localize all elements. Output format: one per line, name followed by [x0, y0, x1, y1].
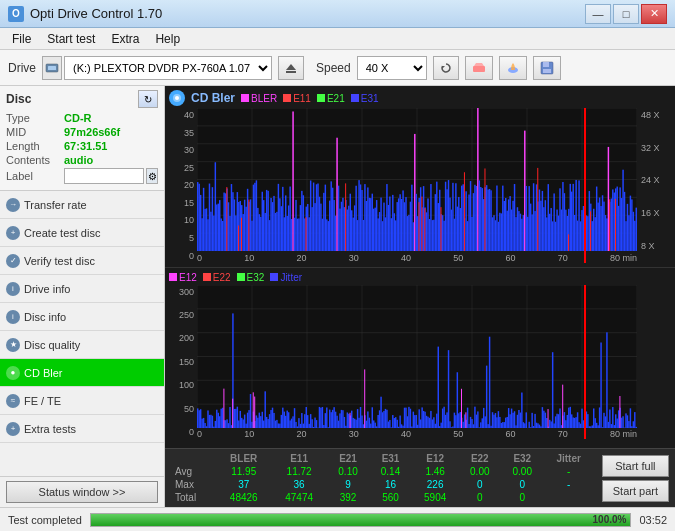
- sidebar-item-drive-info[interactable]: i Drive info: [0, 275, 164, 303]
- disc-title: Disc: [6, 92, 31, 106]
- speed-refresh-button[interactable]: [433, 56, 459, 80]
- stats-table-wrapper: BLER E11 E21 E31 E12 E22 E32 Jitter Avg: [171, 452, 669, 504]
- disc-info-icon: i: [6, 310, 20, 324]
- drive-icon: [42, 56, 62, 80]
- stats-total-e12: 5904: [412, 491, 459, 504]
- stats-header-e32: E32: [501, 452, 543, 465]
- main-layout: Disc ↻ Type CD-R MID 97m26s66f Length 67…: [0, 86, 675, 507]
- verify-test-disc-icon: ✓: [6, 254, 20, 268]
- sidebar-item-create-test-disc[interactable]: + Create test disc: [0, 219, 164, 247]
- cd-bler-icon: ●: [6, 366, 20, 380]
- app-title: Opti Drive Control 1.70: [30, 6, 162, 21]
- stats-header-empty: [171, 452, 216, 465]
- sidebar-item-verify-test-disc[interactable]: ✓ Verify test disc: [0, 247, 164, 275]
- sidebar-item-label: Verify test disc: [24, 255, 95, 267]
- sidebar-item-cd-bler[interactable]: ● CD Bler: [0, 359, 164, 387]
- disc-length-label: Length: [6, 140, 64, 152]
- sidebar-item-label: Extra tests: [24, 423, 76, 435]
- stats-header-e11: E11: [271, 452, 326, 465]
- disc-panel: Disc ↻ Type CD-R MID 97m26s66f Length 67…: [0, 86, 164, 191]
- stats-total-jitter: [544, 491, 594, 504]
- sidebar-item-label: Disc quality: [24, 339, 80, 351]
- chart1-legend: BLER E11 E21 E31: [241, 93, 379, 104]
- save-button[interactable]: [533, 56, 561, 80]
- legend-e21-label: E21: [327, 93, 345, 104]
- stats-header-bler: BLER: [216, 452, 271, 465]
- chart1-icon: [169, 90, 185, 106]
- chart1-red-line: [584, 108, 586, 263]
- menu-extra[interactable]: Extra: [103, 30, 147, 48]
- content-area: CD Bler BLER E11 E21 E31: [165, 86, 675, 507]
- status-window-button[interactable]: Status window >>: [6, 481, 158, 503]
- svg-rect-10: [543, 69, 551, 73]
- stats-max-e21: 9: [327, 478, 369, 491]
- legend-e22-dot: [203, 273, 211, 281]
- stats-max-label: Max: [171, 478, 216, 491]
- sidebar-item-fe-te[interactable]: ≈ FE / TE: [0, 387, 164, 415]
- legend-e12-label: E12: [179, 272, 197, 283]
- chart1-title: CD Bler: [191, 91, 235, 105]
- start-full-button[interactable]: Start full: [602, 455, 669, 477]
- menu-start-test[interactable]: Start test: [39, 30, 103, 48]
- disc-mid-label: MID: [6, 126, 64, 138]
- start-part-button[interactable]: Start part: [602, 480, 669, 502]
- sidebar-item-label: Drive info: [24, 283, 70, 295]
- legend-e32-dot: [237, 273, 245, 281]
- svg-rect-5: [473, 66, 485, 72]
- eject-button[interactable]: [278, 56, 304, 80]
- close-button[interactable]: ✕: [641, 4, 667, 24]
- sidebar-item-disc-info[interactable]: i Disc info: [0, 303, 164, 331]
- chart1-wrapper: CD Bler BLER E11 E21 E31: [165, 86, 675, 267]
- stats-total-e31: 560: [369, 491, 411, 504]
- stats-total-e32: 0: [501, 491, 543, 504]
- sidebar-item-label: CD Bler: [24, 367, 63, 379]
- chart2-right-spacer: [637, 285, 673, 440]
- sidebar-item-extra-tests[interactable]: + Extra tests: [0, 415, 164, 443]
- chart2-legend-row: E12 E22 E32 Jitter: [169, 272, 673, 283]
- chart1-canvas-area: 0 10 20 30 40 50 60 70 80 min: [197, 108, 637, 263]
- burn-button[interactable]: [499, 56, 527, 80]
- svg-marker-2: [286, 64, 296, 70]
- menu-help[interactable]: Help: [147, 30, 188, 48]
- stats-avg-e31: 0.14: [369, 465, 411, 478]
- progress-fill: [91, 514, 630, 526]
- maximize-button[interactable]: □: [613, 4, 639, 24]
- legend-e12-dot: [169, 273, 177, 281]
- title-bar: O Opti Drive Control 1.70 — □ ✕: [0, 0, 675, 28]
- svg-rect-3: [286, 71, 296, 73]
- legend-e21-dot: [317, 94, 325, 102]
- chart2-area: 300 250 200 150 100 50 0 0 1: [169, 285, 673, 440]
- minimize-button[interactable]: —: [585, 4, 611, 24]
- stats-row-max: Max 37 36 9 16 226 0 0 -: [171, 478, 594, 491]
- sidebar-item-label: Transfer rate: [24, 199, 87, 211]
- disc-quality-icon: ★: [6, 338, 20, 352]
- menu-file[interactable]: File: [4, 30, 39, 48]
- chart1-speed-axis: 48 X 32 X 24 X 16 X 8 X: [637, 108, 673, 263]
- drive-bar: Drive (K:) PLEXTOR DVDR PX-760A 1.07 Spe…: [0, 50, 675, 86]
- disc-label-label: Label: [6, 170, 64, 182]
- transfer-rate-icon: →: [6, 198, 20, 212]
- speed-select[interactable]: 40 X 8 X 16 X 24 X 32 X 48 X: [357, 56, 427, 80]
- chart1-x-axis: 0 10 20 30 40 50 60 70 80 min: [197, 253, 637, 263]
- legend-bler-label: BLER: [251, 93, 277, 104]
- disc-refresh-button[interactable]: ↻: [138, 90, 158, 108]
- stats-total-label: Total: [171, 491, 216, 504]
- sidebar-item-transfer-rate[interactable]: → Transfer rate: [0, 191, 164, 219]
- fe-te-icon: ≈: [6, 394, 20, 408]
- legend-e11-dot: [283, 94, 291, 102]
- disc-label-input[interactable]: [64, 168, 144, 184]
- stats-header-e21: E21: [327, 452, 369, 465]
- stats-max-e22: 0: [459, 478, 501, 491]
- status-text: Test completed: [8, 514, 82, 526]
- drive-select[interactable]: (K:) PLEXTOR DVDR PX-760A 1.07: [64, 56, 272, 80]
- erase-button[interactable]: [465, 56, 493, 80]
- chart1-area: 40 35 30 25 20 15 10 5 0: [169, 108, 673, 263]
- legend-e22-label: E22: [213, 272, 231, 283]
- stats-max-bler: 37: [216, 478, 271, 491]
- sidebar-item-disc-quality[interactable]: ★ Disc quality: [0, 331, 164, 359]
- window-controls: — □ ✕: [585, 4, 667, 24]
- stats-avg-e11: 11.72: [271, 465, 326, 478]
- sidebar-item-label: FE / TE: [24, 395, 61, 407]
- disc-label-icon-button[interactable]: ⚙: [146, 168, 158, 184]
- create-test-disc-icon: +: [6, 226, 20, 240]
